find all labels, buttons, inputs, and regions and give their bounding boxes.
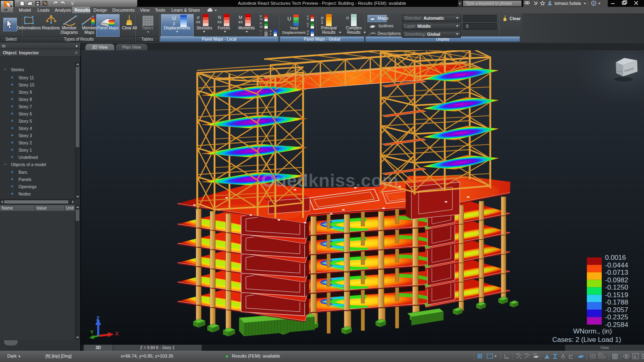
svg-text:Z: Z xyxy=(96,315,100,322)
svg-text:Y: Y xyxy=(90,329,94,335)
svg-text:0.0016: 0.0016 xyxy=(605,254,626,261)
svg-text:-0.0982: -0.0982 xyxy=(605,276,628,284)
svg-text:-0.2325: -0.2325 xyxy=(605,313,628,321)
svg-text:123: 123 xyxy=(533,353,537,355)
svg-text:123: 123 xyxy=(516,353,520,355)
svg-text:-0.1788: -0.1788 xyxy=(605,298,628,306)
svg-text:123: 123 xyxy=(599,352,602,355)
svg-text:-0.1519: -0.1519 xyxy=(605,291,628,299)
svg-text:123: 123 xyxy=(524,353,528,355)
svg-text:-0.2057: -0.2057 xyxy=(605,306,628,314)
svg-text:-0.0713: -0.0713 xyxy=(605,269,628,276)
svg-text:Oued: Oued xyxy=(261,170,308,191)
svg-text:-0.0444: -0.0444 xyxy=(605,261,628,269)
svg-text:WNorm., (in): WNorm., (in) xyxy=(573,327,612,335)
svg-text:123: 123 xyxy=(371,32,376,34)
svg-text:Cases: 2 (Live Load 1): Cases: 2 (Live Load 1) xyxy=(552,336,621,343)
svg-text:X: X xyxy=(115,331,119,337)
svg-text:-0.1250: -0.1250 xyxy=(605,284,628,291)
svg-text:K: K xyxy=(634,355,636,359)
